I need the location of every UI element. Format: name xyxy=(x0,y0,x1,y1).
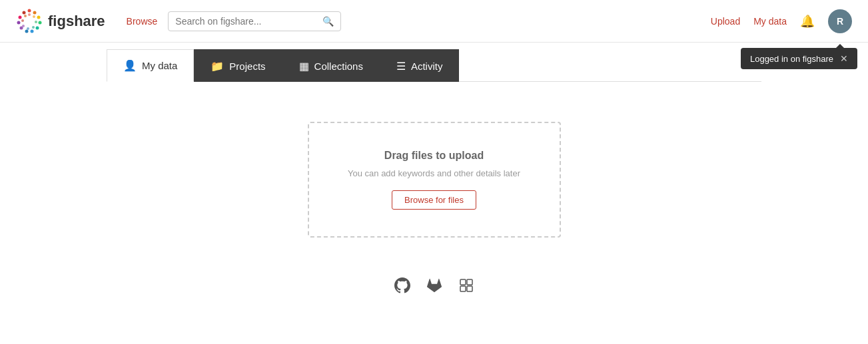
browse-files-button[interactable]: Browse for files xyxy=(392,190,476,210)
tab-mydata[interactable]: 👤 My data xyxy=(107,49,194,82)
upload-title: Drag files to upload xyxy=(329,150,540,162)
avatar[interactable]: R xyxy=(828,9,852,33)
search-box: 🔍 xyxy=(168,11,341,31)
upload-dropzone[interactable]: Drag files to upload You can add keyword… xyxy=(308,122,561,238)
tabs: 👤 My data 📁 Projects ▦ Collections ☰ Act… xyxy=(107,49,761,82)
main-content: Drag files to upload You can add keyword… xyxy=(0,82,868,324)
github-icon[interactable] xyxy=(394,277,410,297)
svg-point-16 xyxy=(27,27,29,30)
tab-mydata-label: My data xyxy=(142,60,177,71)
svg-rect-21 xyxy=(467,279,472,285)
search-input[interactable] xyxy=(175,16,322,27)
svg-point-13 xyxy=(33,15,35,18)
folder-icon: 📁 xyxy=(211,60,224,73)
person-icon: 👤 xyxy=(123,59,137,72)
svg-rect-20 xyxy=(460,279,466,285)
tab-collections[interactable]: ▦ Collections xyxy=(282,49,380,82)
navbar: figshare Browse 🔍 Upload My data 🔔 R Log… xyxy=(0,0,868,43)
svg-point-0 xyxy=(17,9,41,33)
logo[interactable]: figshare xyxy=(16,8,105,35)
tabs-container: 👤 My data 📁 Projects ▦ Collections ☰ Act… xyxy=(0,49,868,82)
tab-projects-label: Projects xyxy=(229,61,265,72)
tab-activity-label: Activity xyxy=(411,61,443,72)
svg-point-19 xyxy=(24,15,27,17)
tab-collections-label: Collections xyxy=(314,61,363,72)
footer-icons xyxy=(394,277,474,297)
svg-point-12 xyxy=(28,13,31,16)
svg-point-6 xyxy=(31,29,34,33)
svg-point-10 xyxy=(19,15,22,19)
svg-point-9 xyxy=(17,21,21,24)
svg-point-5 xyxy=(36,26,39,29)
svg-point-17 xyxy=(22,25,25,27)
logo-text: figshare xyxy=(48,13,105,30)
tooltip-text: Logged in on figshare xyxy=(750,54,833,64)
svg-rect-22 xyxy=(460,286,466,291)
tooltip-close-button[interactable]: ✕ xyxy=(840,53,848,64)
svg-rect-23 xyxy=(467,286,472,291)
logo-icon xyxy=(16,8,43,35)
svg-point-2 xyxy=(33,11,37,14)
svg-point-15 xyxy=(32,26,35,29)
nav-right: Upload My data 🔔 R xyxy=(711,9,852,33)
browse-link[interactable]: Browse xyxy=(127,16,158,27)
svg-point-14 xyxy=(35,21,37,23)
svg-point-7 xyxy=(25,29,29,33)
notifications-bell-icon[interactable]: 🔔 xyxy=(800,14,815,29)
tab-activity[interactable]: ☰ Activity xyxy=(380,49,460,82)
search-icon: 🔍 xyxy=(322,16,334,27)
gitlab-icon[interactable] xyxy=(426,277,442,297)
upload-subtitle: You can add keywords and other details l… xyxy=(329,168,540,178)
mydata-link[interactable]: My data xyxy=(753,16,787,27)
list-icon: ☰ xyxy=(396,60,406,73)
svg-point-18 xyxy=(21,19,24,22)
svg-point-1 xyxy=(28,9,31,12)
svg-point-4 xyxy=(39,21,42,24)
tab-projects[interactable]: 📁 Projects xyxy=(194,49,282,82)
grid-icon: ▦ xyxy=(299,60,309,73)
svg-point-3 xyxy=(37,15,41,19)
login-tooltip: Logged in on figshare ✕ xyxy=(741,48,857,69)
svg-point-11 xyxy=(23,11,26,14)
figshare-alt-icon[interactable] xyxy=(458,277,474,297)
upload-link[interactable]: Upload xyxy=(711,16,740,27)
